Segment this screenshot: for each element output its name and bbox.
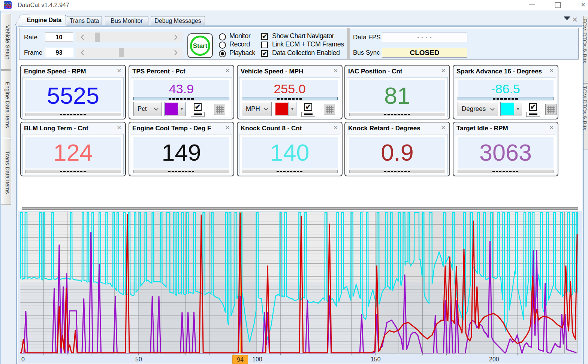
svg-text:CAT: CAT — [6, 6, 12, 9]
svg-text:DATA: DATA — [4, 3, 11, 6]
